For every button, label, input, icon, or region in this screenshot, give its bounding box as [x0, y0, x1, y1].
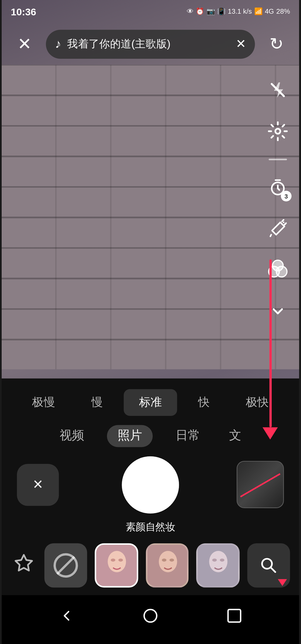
flash-off-button[interactable]	[264, 76, 292, 104]
filter-row	[2, 537, 299, 595]
favorites-button[interactable]	[11, 550, 37, 580]
home-button[interactable]	[136, 601, 165, 635]
filter-label: 素颜自然妆	[2, 517, 299, 537]
status-bar: 10:36 👁 ⏰ 📷 📳 13.1 k/s 📶 4G 28%	[2, 0, 299, 23]
timer-badge: 3	[281, 191, 292, 201]
shutter-button[interactable]	[122, 456, 179, 513]
wifi-icon: 📶	[254, 8, 263, 15]
vibrate-icon: 📳	[217, 8, 225, 15]
svg-point-3	[283, 221, 285, 223]
speed-slow[interactable]: 慢	[71, 389, 124, 416]
status-time: 10:36	[11, 6, 36, 17]
camera-icon: 📷	[207, 8, 215, 15]
filter-natural-makeup[interactable]	[95, 543, 138, 588]
timer-button[interactable]: 3	[264, 174, 292, 202]
shutter-row: ×	[2, 455, 299, 517]
mode-video[interactable]: 视频	[54, 425, 90, 447]
speed-normal[interactable]: 标准	[124, 389, 177, 416]
camera-preview	[2, 65, 299, 369]
filter-none-button[interactable]	[45, 543, 88, 588]
svg-rect-23	[228, 609, 241, 622]
top-bar: ✕ ♪ 我着了你的道(主歌版) ✕ ↻	[2, 23, 299, 65]
nav-bar	[2, 595, 299, 644]
music-close-button[interactable]: ✕	[236, 37, 246, 51]
bottom-controls: 极慢 慢 标准 快 极快 视频 照片 日常 文 ×	[2, 379, 299, 644]
close-button[interactable]: ✕	[11, 30, 38, 58]
speed-fast[interactable]: 快	[177, 389, 231, 416]
music-pill[interactable]: ♪ 我着了你的道(主歌版) ✕	[46, 29, 255, 58]
speed-very-slow[interactable]: 极慢	[17, 389, 71, 416]
signal-icon: 4G	[265, 8, 274, 15]
search-filter-button[interactable]	[247, 543, 290, 588]
speed-text: 13.1 k/s	[228, 8, 252, 15]
filter-item-3[interactable]	[196, 543, 240, 588]
cancel-button[interactable]: ×	[17, 464, 59, 506]
mode-bar: 视频 照片 日常 文	[2, 422, 299, 455]
icon-divider	[269, 159, 287, 160]
back-button[interactable]	[52, 601, 81, 635]
mode-text[interactable]: 文	[223, 425, 247, 447]
recent-button[interactable]	[220, 601, 249, 635]
settings-button[interactable]	[264, 117, 292, 145]
svg-point-22	[144, 609, 157, 622]
status-icons: 👁 ⏰ 📷 📳 13.1 k/s 📶 4G 28%	[187, 8, 290, 15]
pink-arrow-indicator	[263, 260, 278, 440]
svg-point-1	[275, 129, 280, 134]
music-note-icon: ♪	[55, 37, 61, 51]
battery-text: 28%	[276, 8, 290, 15]
music-title: 我着了你的道(主歌版)	[67, 37, 230, 51]
magic-button[interactable]	[264, 215, 292, 243]
eye-icon: 👁	[187, 8, 194, 15]
filter-item-2[interactable]	[146, 543, 189, 588]
mode-photo[interactable]: 照片	[107, 425, 153, 447]
mode-daily[interactable]: 日常	[169, 425, 206, 447]
arrow-indicator	[278, 579, 287, 586]
alarm-icon: ⏰	[196, 8, 204, 15]
speed-bar: 极慢 慢 标准 快 极快	[2, 379, 299, 422]
last-photo-thumbnail[interactable]	[237, 461, 284, 508]
ban-icon	[54, 553, 78, 578]
refresh-button[interactable]: ↻	[263, 30, 290, 58]
